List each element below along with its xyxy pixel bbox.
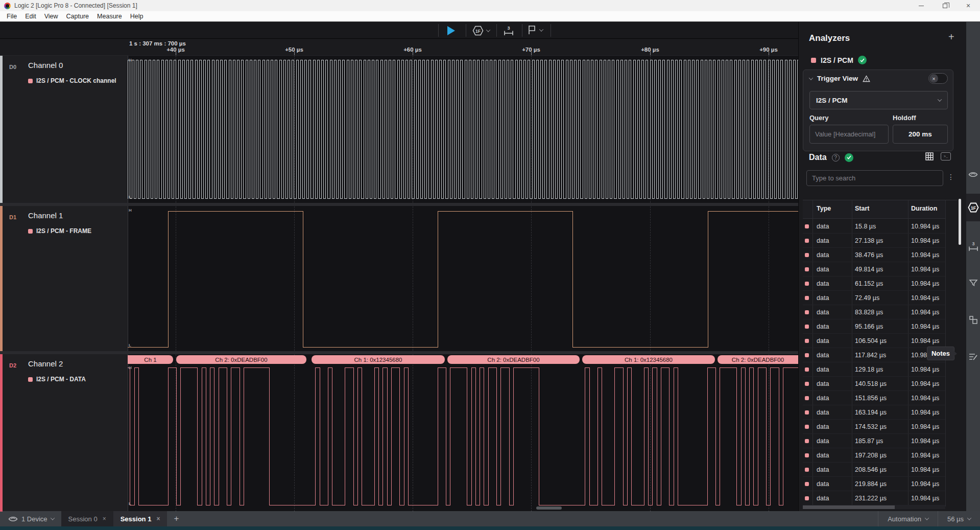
annotations-button[interactable] (527, 25, 543, 36)
session-tab-session-0[interactable]: Session 0× (61, 511, 113, 526)
chevron-down-icon (50, 516, 54, 520)
start-capture-button[interactable] (447, 26, 455, 35)
table-row[interactable]: data140.518 µs10.984 µs (803, 377, 945, 391)
table-row[interactable]: data174.532 µs10.984 µs (803, 420, 945, 434)
menu-item-edit[interactable]: Edit (21, 11, 40, 21)
channel-1-color-strip (0, 206, 3, 351)
data-frame-bubble[interactable]: Ch 1 (128, 355, 173, 364)
waveform-hscrollbar[interactable] (536, 506, 562, 510)
frame-waveform[interactable] (128, 206, 798, 351)
logic2-app: Logic 2 [Logic Pro 8 - Connected] [Sessi… (0, 0, 980, 530)
main-content: 1F 3 (0, 21, 980, 511)
row-color-swatch (805, 224, 809, 228)
search-options-kebab-icon[interactable]: ⋮ (947, 173, 954, 181)
table-row[interactable]: data117.842 µs10.984 µs (803, 348, 945, 362)
svg-text:1F: 1F (971, 205, 976, 211)
tick-mark (176, 52, 176, 55)
automation-button[interactable]: Automation (878, 511, 938, 526)
measure-icon: 3 (503, 26, 514, 36)
devices-icon[interactable] (966, 167, 980, 182)
table-row[interactable]: data106.504 µs10.984 µs (803, 334, 945, 348)
high-marker: H (129, 58, 132, 62)
analyzers-rail-icon[interactable]: 1F (966, 200, 980, 215)
filter-rail-icon[interactable] (966, 275, 980, 291)
close-tab-icon[interactable]: × (103, 515, 106, 522)
data-table-hscrollbar[interactable] (803, 505, 945, 509)
row-color-swatch (805, 496, 809, 500)
table-row[interactable]: data15.8 µs10.984 µs (803, 219, 945, 234)
channel-1-name[interactable]: Channel 1 (28, 211, 63, 220)
data-table-vscrollbar[interactable] (959, 199, 961, 245)
col-type[interactable]: Type (817, 205, 831, 212)
trigger-analyzer-select[interactable]: I2S / PCM (809, 91, 948, 109)
high-marker: H (129, 208, 132, 213)
query-input[interactable]: Value [Hexadecimal] (809, 125, 889, 144)
add-analyzer-button[interactable]: + (948, 31, 954, 43)
channel-2-name[interactable]: Channel 2 (28, 359, 63, 368)
chevron-down-icon (539, 27, 543, 31)
measure-button[interactable]: 3 (503, 26, 514, 36)
range-selector[interactable]: 56 µs (938, 511, 980, 526)
analyzer-mode-button[interactable]: 1F (472, 25, 490, 37)
new-session-button[interactable]: + (167, 511, 185, 526)
col-duration[interactable]: Duration (911, 205, 937, 212)
data-frame-bubble[interactable]: Ch 1: 0x12345680 (582, 355, 715, 364)
table-row[interactable]: data197.208 µs10.984 µs (803, 448, 945, 463)
check-circle-icon (845, 153, 853, 162)
extensions-rail-icon[interactable] (966, 312, 980, 328)
row-color-swatch (805, 339, 809, 343)
bottom-accent-strip (0, 526, 980, 530)
measurements-rail-icon[interactable]: 3 (966, 239, 980, 254)
channel-0-name[interactable]: Channel 0 (28, 61, 63, 70)
table-view-icon[interactable] (925, 152, 934, 160)
close-tab-icon[interactable]: × (156, 515, 160, 522)
table-row[interactable]: data219.884 µs10.984 µs (803, 477, 945, 491)
data-frame-bubble[interactable]: Ch 2: 0xDEADBF00 (176, 355, 306, 364)
trigger-view-title: Trigger View (817, 75, 858, 82)
data-frame-bubble[interactable]: Ch 2: 0xDEADBF00 (447, 355, 580, 364)
chevron-down-icon[interactable] (809, 76, 813, 80)
device-selector[interactable]: 1 Device (0, 511, 61, 526)
col-start[interactable]: Start (855, 205, 869, 212)
table-row[interactable]: data185.87 µs10.984 µs (803, 434, 945, 448)
channel-1-id: D1 (9, 214, 16, 220)
restore-button[interactable] (933, 0, 957, 11)
data-frame-bubble[interactable]: Ch 2: 0xDEADBF00 (718, 355, 798, 364)
data-search-input[interactable]: Type to search (806, 170, 943, 186)
menu-item-measure[interactable]: Measure (93, 11, 126, 21)
table-row[interactable]: data151.856 µs10.984 µs (803, 391, 945, 405)
menu-item-help[interactable]: Help (126, 11, 148, 21)
table-row[interactable]: data49.814 µs10.984 µs (803, 262, 945, 276)
analyzer-item-i2s-pcm[interactable]: I2S / PCM (811, 56, 867, 64)
menu-item-view[interactable]: View (40, 11, 62, 21)
table-row[interactable]: data208.546 µs10.984 µs (803, 463, 945, 477)
table-row[interactable]: data95.166 µs10.984 µs (803, 319, 945, 334)
session-tab-session-1[interactable]: Session 1× (113, 511, 168, 526)
notes-tooltip: Notes (927, 347, 954, 360)
row-color-swatch (805, 296, 809, 300)
help-icon[interactable]: ? (832, 154, 840, 162)
notes-rail-icon[interactable] (966, 349, 980, 364)
data-frame-bubble[interactable]: Ch 1: 0x12345680 (312, 355, 445, 364)
menu-item-file[interactable]: File (3, 11, 21, 21)
terminal-view-icon[interactable]: >_ (941, 152, 951, 160)
holdoff-input[interactable]: 200 ms (893, 125, 948, 144)
trigger-view-toggle[interactable]: × (928, 73, 948, 84)
table-row[interactable]: data163.194 µs10.984 µs (803, 405, 945, 420)
time-ruler[interactable]: 1 s : 307 ms : 700 µs +40 µs+50 µs+60 µs… (0, 39, 798, 56)
table-row[interactable]: data231.222 µs10.984 µs (803, 491, 945, 505)
table-row[interactable]: data61.152 µs10.984 µs (803, 276, 945, 291)
query-label: Query (809, 114, 829, 122)
table-row[interactable]: data72.49 µs10.984 µs (803, 291, 945, 305)
menu-item-capture[interactable]: Capture (62, 11, 93, 21)
close-button[interactable]: × (957, 0, 980, 11)
table-row[interactable]: data27.138 µs10.984 µs (803, 234, 945, 248)
svg-text:1F: 1F (475, 29, 481, 34)
menu-bar: FileEditViewCaptureMeasureHelp (0, 11, 980, 21)
data-waveform[interactable] (128, 354, 798, 512)
minimize-button[interactable] (910, 0, 933, 11)
table-row[interactable]: data83.828 µs10.984 µs (803, 305, 945, 319)
table-row[interactable]: data38.476 µs10.984 µs (803, 248, 945, 262)
table-row[interactable]: data129.18 µs10.984 µs (803, 362, 945, 377)
clock-waveform[interactable] (128, 56, 798, 203)
